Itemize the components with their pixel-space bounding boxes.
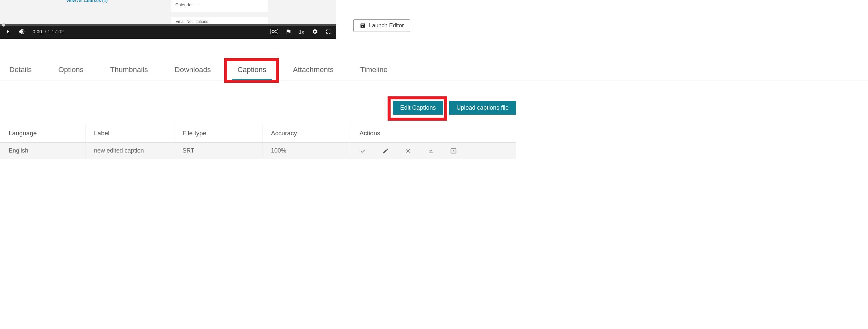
edit-captions-button[interactable]: Edit Captions xyxy=(393,101,443,114)
volume-icon[interactable] xyxy=(18,28,25,35)
view-courses-link[interactable]: View All Courses (1) xyxy=(66,0,107,3)
video-controls: 0:00 / 1:17:02 CC 1x xyxy=(0,24,336,39)
video-progress-bar[interactable] xyxy=(0,24,336,26)
tab-thumbnails[interactable]: Thumbnails xyxy=(105,62,153,80)
calendar-label: Calendar xyxy=(175,2,193,7)
playback-speed[interactable]: 1x xyxy=(299,29,304,35)
captions-table: Language Label File type Accuracy Action… xyxy=(0,124,516,159)
chevron-down-icon xyxy=(196,3,199,7)
cell-label: new edited caption xyxy=(85,142,174,159)
video-player: View All Courses (1) Calendar Email Noti… xyxy=(0,0,336,39)
tab-options[interactable]: Options xyxy=(54,62,88,80)
duration: / 1:17:02 xyxy=(45,29,64,34)
flag-icon[interactable] xyxy=(285,29,291,35)
cell-accuracy: 100% xyxy=(262,142,351,159)
current-time: 0:00 xyxy=(33,29,42,34)
preview-icon[interactable] xyxy=(450,147,457,154)
launch-editor-label: Launch Editor xyxy=(369,22,404,29)
tab-attachments[interactable]: Attachments xyxy=(288,62,338,80)
cell-file-type: SRT xyxy=(174,142,262,159)
close-icon[interactable] xyxy=(405,147,411,154)
cc-icon[interactable]: CC xyxy=(270,29,278,34)
cell-language: English xyxy=(0,142,85,159)
captions-buttons-row: Edit Captions Upload captions file xyxy=(0,101,868,114)
play-icon[interactable] xyxy=(5,29,11,35)
tab-captions[interactable]: Captions xyxy=(233,62,271,80)
pencil-icon[interactable] xyxy=(382,147,389,154)
fullscreen-icon[interactable] xyxy=(326,29,331,35)
table-row: English new edited caption SRT 100% xyxy=(0,142,516,159)
video-time: 0:00 / 1:17:02 xyxy=(33,29,64,34)
download-icon[interactable] xyxy=(428,147,434,154)
calendar-panel[interactable]: Calendar xyxy=(171,0,268,12)
upload-captions-button[interactable]: Upload captions file xyxy=(449,101,516,114)
col-accuracy: Accuracy xyxy=(262,124,351,142)
email-notifications-label: Email Notifications xyxy=(175,19,208,24)
tabs-bar: Details Options Thumbnails Downloads Cap… xyxy=(0,62,868,80)
col-actions: Actions xyxy=(351,124,516,142)
tab-timeline[interactable]: Timeline xyxy=(355,62,392,80)
col-file-type: File type xyxy=(174,124,262,142)
gear-icon[interactable] xyxy=(311,28,318,35)
col-label: Label xyxy=(85,124,174,142)
tab-details[interactable]: Details xyxy=(5,62,36,80)
tab-downloads[interactable]: Downloads xyxy=(170,62,216,80)
table-header-row: Language Label File type Accuracy Action… xyxy=(0,124,516,142)
clapperboard-icon xyxy=(360,23,366,29)
cell-actions xyxy=(351,142,516,159)
launch-editor-button[interactable]: Launch Editor xyxy=(353,19,410,32)
col-language: Language xyxy=(0,124,85,142)
check-icon[interactable] xyxy=(360,147,366,154)
